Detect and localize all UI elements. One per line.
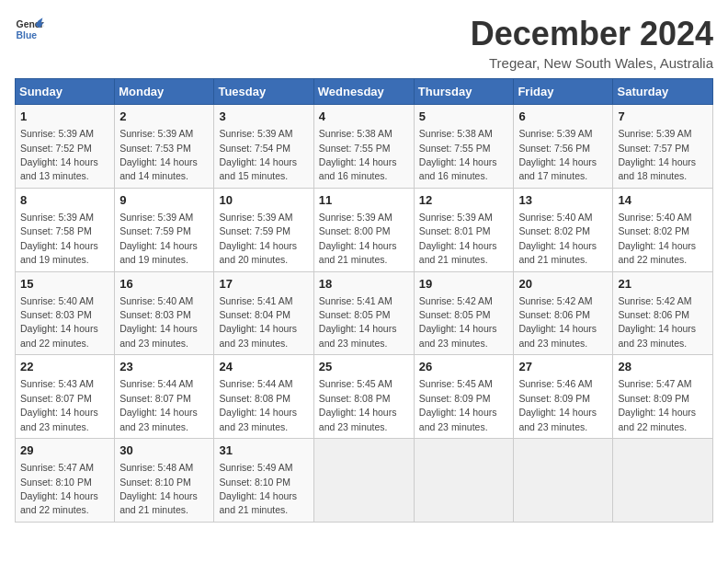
day-info: Sunrise: 5:42 AMSunset: 8:06 PMDaylight:… bbox=[518, 295, 597, 349]
day-info: Sunrise: 5:46 AMSunset: 8:09 PMDaylight:… bbox=[518, 378, 597, 431]
day-info: Sunrise: 5:39 AMSunset: 8:01 PMDaylight:… bbox=[419, 212, 497, 265]
header-thursday: Thursday bbox=[414, 79, 514, 105]
day-number: 11 bbox=[319, 192, 409, 209]
calendar-day-1: 1Sunrise: 5:39 AMSunset: 7:52 PMDaylight… bbox=[16, 105, 115, 189]
calendar-day-2: 2Sunrise: 5:39 AMSunset: 7:53 PMDaylight… bbox=[115, 105, 214, 189]
calendar-day-24: 24Sunrise: 5:44 AMSunset: 8:08 PMDayligh… bbox=[214, 355, 313, 439]
calendar-day-15: 15Sunrise: 5:40 AMSunset: 8:03 PMDayligh… bbox=[16, 271, 115, 355]
day-number: 12 bbox=[419, 192, 509, 209]
day-number: 28 bbox=[618, 359, 708, 375]
day-number: 30 bbox=[119, 442, 209, 459]
day-info: Sunrise: 5:41 AMSunset: 8:05 PMDaylight:… bbox=[319, 295, 397, 349]
day-number: 7 bbox=[618, 109, 708, 125]
day-number: 19 bbox=[419, 276, 509, 293]
calendar-day-18: 18Sunrise: 5:41 AMSunset: 8:05 PMDayligh… bbox=[313, 271, 414, 355]
day-number: 26 bbox=[419, 359, 509, 375]
header-friday: Friday bbox=[514, 79, 613, 105]
day-info: Sunrise: 5:44 AMSunset: 8:07 PMDaylight:… bbox=[119, 378, 198, 431]
day-number: 22 bbox=[20, 359, 109, 375]
day-info: Sunrise: 5:39 AMSunset: 7:59 PMDaylight:… bbox=[219, 212, 297, 265]
calendar-day-17: 17Sunrise: 5:41 AMSunset: 8:04 PMDayligh… bbox=[214, 271, 313, 355]
day-info: Sunrise: 5:39 AMSunset: 8:00 PMDaylight:… bbox=[319, 212, 397, 265]
day-info: Sunrise: 5:38 AMSunset: 7:55 PMDaylight:… bbox=[419, 128, 497, 181]
calendar-day-9: 9Sunrise: 5:39 AMSunset: 7:59 PMDaylight… bbox=[115, 188, 214, 271]
day-number: 16 bbox=[119, 276, 209, 293]
calendar-day-23: 23Sunrise: 5:44 AMSunset: 8:07 PMDayligh… bbox=[115, 355, 214, 439]
calendar-week-4: 22Sunrise: 5:43 AMSunset: 8:07 PMDayligh… bbox=[16, 355, 713, 439]
day-number: 5 bbox=[419, 109, 509, 125]
day-number: 13 bbox=[518, 192, 608, 209]
day-number: 3 bbox=[219, 109, 308, 125]
day-info: Sunrise: 5:41 AMSunset: 8:04 PMDaylight:… bbox=[219, 295, 297, 349]
day-info: Sunrise: 5:38 AMSunset: 7:55 PMDaylight:… bbox=[319, 128, 397, 181]
calendar-day-12: 12Sunrise: 5:39 AMSunset: 8:01 PMDayligh… bbox=[414, 188, 514, 271]
day-number: 8 bbox=[20, 192, 109, 209]
title-area: December 2024 Tregear, New South Wales, … bbox=[471, 15, 713, 71]
calendar-day-26: 26Sunrise: 5:45 AMSunset: 8:09 PMDayligh… bbox=[414, 355, 514, 439]
day-info: Sunrise: 5:40 AMSunset: 8:03 PMDaylight:… bbox=[20, 295, 98, 349]
calendar-day-11: 11Sunrise: 5:39 AMSunset: 8:00 PMDayligh… bbox=[313, 188, 414, 271]
day-number: 27 bbox=[518, 359, 608, 375]
day-info: Sunrise: 5:42 AMSunset: 8:06 PMDaylight:… bbox=[618, 295, 696, 349]
day-info: Sunrise: 5:45 AMSunset: 8:09 PMDaylight:… bbox=[419, 378, 497, 431]
calendar-day-29: 29Sunrise: 5:47 AMSunset: 8:10 PMDayligh… bbox=[16, 439, 115, 523]
calendar-day-6: 6Sunrise: 5:39 AMSunset: 7:56 PMDaylight… bbox=[514, 105, 613, 189]
calendar-week-2: 8Sunrise: 5:39 AMSunset: 7:58 PMDaylight… bbox=[16, 188, 713, 271]
day-number: 4 bbox=[319, 109, 409, 125]
calendar-day-31: 31Sunrise: 5:49 AMSunset: 8:10 PMDayligh… bbox=[214, 439, 313, 523]
day-number: 9 bbox=[119, 192, 209, 209]
calendar-day-14: 14Sunrise: 5:40 AMSunset: 8:02 PMDayligh… bbox=[613, 188, 713, 271]
calendar-day-20: 20Sunrise: 5:42 AMSunset: 8:06 PMDayligh… bbox=[514, 271, 613, 355]
logo: General Blue bbox=[15, 15, 44, 44]
calendar-table: SundayMondayTuesdayWednesdayThursdayFrid… bbox=[15, 78, 713, 523]
day-info: Sunrise: 5:44 AMSunset: 8:08 PMDaylight:… bbox=[219, 378, 297, 431]
day-number: 31 bbox=[219, 442, 308, 459]
subtitle: Tregear, New South Wales, Australia bbox=[471, 55, 713, 71]
day-number: 18 bbox=[319, 276, 409, 293]
day-number: 20 bbox=[518, 276, 608, 293]
calendar-week-5: 29Sunrise: 5:47 AMSunset: 8:10 PMDayligh… bbox=[16, 439, 713, 523]
svg-text:Blue: Blue bbox=[17, 30, 38, 40]
day-info: Sunrise: 5:39 AMSunset: 7:58 PMDaylight:… bbox=[20, 212, 98, 265]
day-info: Sunrise: 5:39 AMSunset: 7:54 PMDaylight:… bbox=[219, 128, 297, 181]
calendar-day-22: 22Sunrise: 5:43 AMSunset: 8:07 PMDayligh… bbox=[16, 355, 115, 439]
day-number: 23 bbox=[119, 359, 209, 375]
day-info: Sunrise: 5:45 AMSunset: 8:08 PMDaylight:… bbox=[319, 378, 397, 431]
calendar-day-5: 5Sunrise: 5:38 AMSunset: 7:55 PMDaylight… bbox=[414, 105, 514, 189]
day-info: Sunrise: 5:39 AMSunset: 7:57 PMDaylight:… bbox=[618, 128, 696, 181]
calendar-day-28: 28Sunrise: 5:47 AMSunset: 8:09 PMDayligh… bbox=[613, 355, 713, 439]
day-info: Sunrise: 5:39 AMSunset: 7:52 PMDaylight:… bbox=[20, 128, 98, 181]
calendar-day-3: 3Sunrise: 5:39 AMSunset: 7:54 PMDaylight… bbox=[214, 105, 313, 189]
day-info: Sunrise: 5:42 AMSunset: 8:05 PMDaylight:… bbox=[419, 295, 497, 349]
day-info: Sunrise: 5:48 AMSunset: 8:10 PMDaylight:… bbox=[119, 462, 198, 515]
calendar-day-16: 16Sunrise: 5:40 AMSunset: 8:03 PMDayligh… bbox=[115, 271, 214, 355]
main-title: December 2024 bbox=[471, 15, 713, 53]
day-info: Sunrise: 5:47 AMSunset: 8:10 PMDaylight:… bbox=[20, 462, 98, 515]
day-info: Sunrise: 5:49 AMSunset: 8:10 PMDaylight:… bbox=[219, 462, 297, 515]
day-info: Sunrise: 5:43 AMSunset: 8:07 PMDaylight:… bbox=[20, 378, 98, 431]
day-number: 1 bbox=[20, 109, 109, 125]
calendar-header-row: SundayMondayTuesdayWednesdayThursdayFrid… bbox=[16, 79, 713, 105]
day-number: 29 bbox=[20, 442, 109, 459]
calendar-empty bbox=[514, 439, 613, 523]
calendar-empty bbox=[313, 439, 414, 523]
header-monday: Monday bbox=[115, 79, 214, 105]
calendar-week-3: 15Sunrise: 5:40 AMSunset: 8:03 PMDayligh… bbox=[16, 271, 713, 355]
calendar-empty bbox=[414, 439, 514, 523]
day-number: 17 bbox=[219, 276, 308, 293]
calendar-day-13: 13Sunrise: 5:40 AMSunset: 8:02 PMDayligh… bbox=[514, 188, 613, 271]
calendar-empty bbox=[613, 439, 713, 523]
day-number: 10 bbox=[219, 192, 308, 209]
calendar-day-10: 10Sunrise: 5:39 AMSunset: 7:59 PMDayligh… bbox=[214, 188, 313, 271]
day-number: 6 bbox=[518, 109, 608, 125]
calendar-day-27: 27Sunrise: 5:46 AMSunset: 8:09 PMDayligh… bbox=[514, 355, 613, 439]
day-info: Sunrise: 5:40 AMSunset: 8:02 PMDaylight:… bbox=[618, 212, 696, 265]
day-info: Sunrise: 5:39 AMSunset: 7:53 PMDaylight:… bbox=[119, 128, 198, 181]
calendar-day-25: 25Sunrise: 5:45 AMSunset: 8:08 PMDayligh… bbox=[313, 355, 414, 439]
day-number: 15 bbox=[20, 276, 109, 293]
day-number: 14 bbox=[618, 192, 708, 209]
day-number: 25 bbox=[319, 359, 409, 375]
page-header: General Blue December 2024 Tregear, New … bbox=[15, 15, 713, 71]
day-info: Sunrise: 5:40 AMSunset: 8:02 PMDaylight:… bbox=[518, 212, 597, 265]
calendar-day-7: 7Sunrise: 5:39 AMSunset: 7:57 PMDaylight… bbox=[613, 105, 713, 189]
